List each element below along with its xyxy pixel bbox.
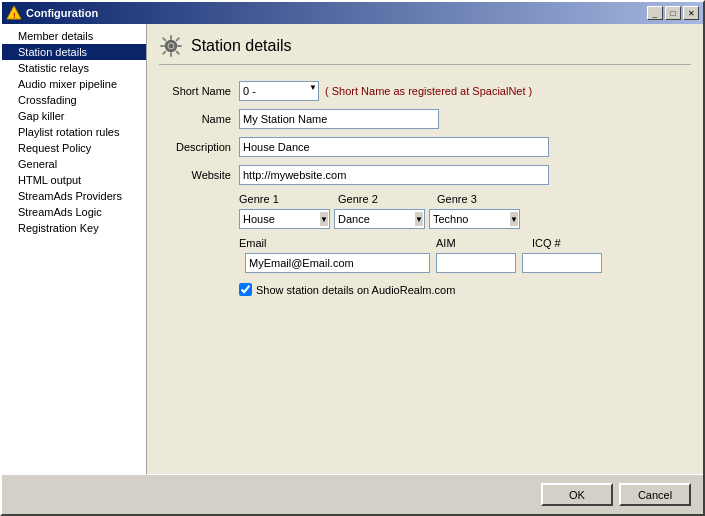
cancel-button[interactable]: Cancel <box>619 483 691 506</box>
name-label: Name <box>159 113 239 125</box>
email-section: Email AIM ICQ # <box>159 237 691 273</box>
title-bar: ! Configuration _ □ ✕ <box>2 2 703 24</box>
window-footer: OK Cancel <box>2 474 703 514</box>
section-title: Station details <box>191 37 292 55</box>
aim-col-label: AIM <box>436 237 526 249</box>
name-input[interactable] <box>239 109 439 129</box>
sidebar-item-request-policy[interactable]: Request Policy <box>2 140 146 156</box>
close-button[interactable]: ✕ <box>683 6 699 20</box>
main-content: Station details Short Name 0 - ( Short N… <box>147 24 703 474</box>
short-name-row: Short Name 0 - ( Short Name as registere… <box>159 81 691 101</box>
short-name-hint: ( Short Name as registered at SpacialNet… <box>325 85 532 97</box>
description-input[interactable] <box>239 137 549 157</box>
sidebar-item-registration-key[interactable]: Registration Key <box>2 220 146 236</box>
sidebar-item-member-details[interactable]: Member details <box>2 28 146 44</box>
sidebar-item-general[interactable]: General <box>2 156 146 172</box>
sidebar-item-statistic-relays[interactable]: Statistic relays <box>2 60 146 76</box>
genre1-select-wrapper: House Dance Techno Pop Rock <box>239 209 330 229</box>
gear-icon <box>159 34 183 58</box>
section-header: Station details <box>159 34 691 65</box>
minimize-button[interactable]: _ <box>647 6 663 20</box>
genre2-label: Genre 2 <box>338 193 433 205</box>
configuration-window: ! Configuration _ □ ✕ Member detailsStat… <box>0 0 705 516</box>
svg-point-4 <box>169 44 174 49</box>
sidebar-item-streamads-providers[interactable]: StreamAds Providers <box>2 188 146 204</box>
website-label: Website <box>159 169 239 181</box>
website-row: Website <box>159 165 691 185</box>
genre-section: Genre 1 Genre 2 Genre 3 House Dance Tech… <box>159 193 691 229</box>
maximize-button[interactable]: □ <box>665 6 681 20</box>
name-row: Name <box>159 109 691 129</box>
checkbox-row: Show station details on AudioRealm.com <box>159 283 691 296</box>
email-col-label: Email <box>239 237 430 249</box>
sidebar-item-audio-mixer-pipeline[interactable]: Audio mixer pipeline <box>2 76 146 92</box>
ok-button[interactable]: OK <box>541 483 613 506</box>
sidebar-item-playlist-rotation-rules[interactable]: Playlist rotation rules <box>2 124 146 140</box>
genre3-select-wrapper: Techno House Dance Pop Rock <box>429 209 520 229</box>
window-icon: ! <box>6 5 22 21</box>
sidebar-item-streamads-logic[interactable]: StreamAds Logic <box>2 204 146 220</box>
description-label: Description <box>159 141 239 153</box>
aim-input[interactable] <box>436 253 516 273</box>
sidebar: Member detailsStation detailsStatistic r… <box>2 24 147 474</box>
icq-col-label: ICQ # <box>532 237 561 249</box>
title-bar-text: Configuration <box>26 7 647 19</box>
genre3-select[interactable]: Techno House Dance Pop Rock <box>429 209 520 229</box>
sidebar-item-station-details[interactable]: Station details <box>2 44 146 60</box>
sidebar-item-html-output[interactable]: HTML output <box>2 172 146 188</box>
description-row: Description <box>159 137 691 157</box>
short-name-select[interactable]: 0 - <box>239 81 319 101</box>
genre2-select[interactable]: Dance House Techno Pop Rock <box>334 209 425 229</box>
short-name-select-wrapper: 0 - <box>239 81 319 101</box>
genre1-label: Genre 1 <box>239 193 334 205</box>
genre3-label: Genre 3 <box>437 193 532 205</box>
genre1-select[interactable]: House Dance Techno Pop Rock <box>239 209 330 229</box>
sidebar-item-gap-killer[interactable]: Gap killer <box>2 108 146 124</box>
short-name-label: Short Name <box>159 85 239 97</box>
email-input[interactable] <box>245 253 430 273</box>
website-input[interactable] <box>239 165 549 185</box>
show-station-details-checkbox[interactable] <box>239 283 252 296</box>
sidebar-item-crossfading[interactable]: Crossfading <box>2 92 146 108</box>
window-body: Member detailsStation detailsStatistic r… <box>2 24 703 474</box>
genre2-select-wrapper: Dance House Techno Pop Rock <box>334 209 425 229</box>
show-station-details-label: Show station details on AudioRealm.com <box>256 284 455 296</box>
icq-input[interactable] <box>522 253 602 273</box>
svg-text:!: ! <box>13 11 16 20</box>
title-bar-buttons: _ □ ✕ <box>647 6 699 20</box>
